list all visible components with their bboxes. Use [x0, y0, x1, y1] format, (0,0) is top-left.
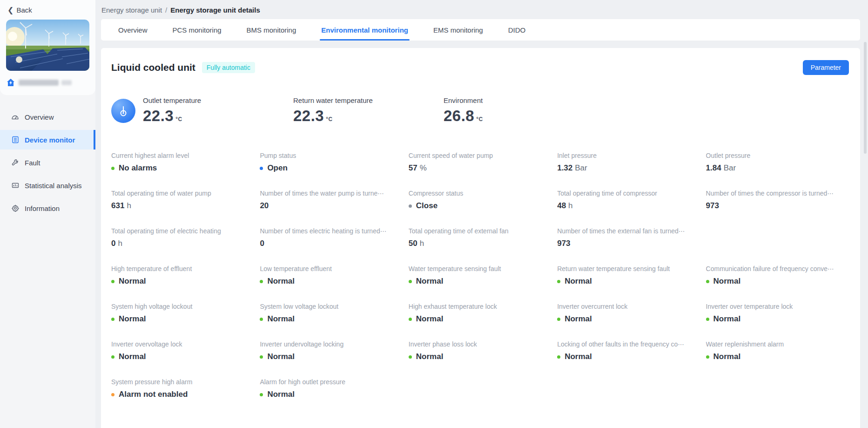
- breadcrumb-parent[interactable]: Energy storage unit: [101, 6, 162, 14]
- tab-ems-monitoring[interactable]: EMS monitoring: [421, 19, 496, 41]
- metric-value: 0h: [111, 239, 254, 248]
- metric-value: 50h: [409, 239, 552, 248]
- metric-value: Normal: [706, 314, 849, 324]
- metric-value: Close: [409, 201, 552, 211]
- metric-number-of-times-the-compressor-is-turned: Number of times the compressor is turned…: [706, 190, 849, 227]
- metric-alarm-for-high-outlet-pressure: Alarm for high outlet pressureNormal: [260, 378, 403, 416]
- metric-label: Water temperature sensing fault: [409, 265, 552, 272]
- metric-locking-of-other-faults-in-the-frequency-co: Locking of other faults in the frequency…: [557, 340, 700, 378]
- metric-inverter-undervoltage-locking: Inverter undervoltage lockingNormal: [260, 340, 403, 378]
- metric-inverter-phase-loss-lock: Inverter phase loss lockNormal: [409, 340, 552, 378]
- main-area: Energy storage unit/Energy storage unit …: [95, 0, 868, 428]
- gear-icon: [11, 204, 19, 212]
- metric-label: Number of times electric heating is turn…: [260, 227, 403, 235]
- sidebar-item-device-monitor[interactable]: Device monitor: [0, 130, 95, 149]
- temperature-value: 26.8°C: [444, 107, 594, 125]
- metrics-grid: Current highest alarm levelNo alarmsPump…: [111, 152, 849, 416]
- metric-inverter-overcurrent-lock: Inverter overcurrent lockNormal: [557, 303, 700, 340]
- metric-cell-empty: [409, 378, 552, 416]
- temperature-outlet-temperature: Outlet temperature22.3°C: [143, 96, 293, 125]
- metric-communication-failure-of-frequency-conve: Communication failure of frequency conve…: [706, 265, 849, 303]
- status-dot-green: [409, 318, 412, 321]
- metric-label: System high voltage lockout: [111, 303, 254, 310]
- back-button[interactable]: ❮ Back: [0, 0, 95, 19]
- tab-overview[interactable]: Overview: [106, 19, 160, 41]
- tab-bms-monitoring[interactable]: BMS monitoring: [234, 19, 309, 41]
- metric-label: High exhaust temperature lock: [409, 303, 552, 310]
- status-dot-green: [111, 318, 114, 321]
- metric-cell-empty: [557, 378, 700, 416]
- metric-inverter-over-temperature-lock: Inverter over temperature lockNormal: [706, 303, 849, 340]
- metric-label: Number of times the water pump is turne⋯: [260, 190, 403, 197]
- sidebar-item-overview[interactable]: Overview: [0, 107, 95, 127]
- environmental-monitoring-panel: Liquid cooled unit Fully automatic Param…: [101, 48, 860, 428]
- metric-label: Total operating time of external fan: [409, 227, 552, 235]
- breadcrumb-separator: /: [165, 6, 167, 14]
- metric-value: Open: [260, 163, 403, 173]
- metric-label: System low voltage lockout: [260, 303, 403, 310]
- sidebar-item-label: Fault: [25, 159, 40, 167]
- metric-system-high-voltage-lockout: System high voltage lockoutNormal: [111, 303, 254, 340]
- back-chevron-icon: ❮: [7, 7, 13, 14]
- tab-dido[interactable]: DIDO: [496, 19, 538, 41]
- metric-label: Number of times the external fan is turn…: [557, 227, 700, 235]
- metric-unit: h: [568, 201, 572, 211]
- status-dot-green: [409, 280, 412, 283]
- metric-current-highest-alarm-level: Current highest alarm levelNo alarms: [111, 152, 254, 190]
- metric-value: Normal: [409, 314, 552, 324]
- metric-water-replenishment-alarm: Water replenishment alarmNormal: [706, 340, 849, 378]
- sidebar-item-fault[interactable]: Fault: [0, 153, 95, 172]
- metric-value: 973: [706, 201, 849, 211]
- temperature-label: Outlet temperature: [143, 96, 293, 104]
- metric-value: 1.84Bar: [706, 163, 849, 173]
- metric-value: 0: [260, 239, 403, 248]
- metric-label: Return water temperature sensing fault: [557, 265, 700, 272]
- metric-total-operating-time-of-electric-heating: Total operating time of electric heating…: [111, 227, 254, 265]
- metric-label: Compressor status: [409, 190, 552, 197]
- sidebar-station-card: ❮ Back: [0, 0, 95, 95]
- metric-label: Pump status: [260, 152, 403, 159]
- temperature-unit: °C: [476, 116, 483, 122]
- sidebar-item-statistical-analysis[interactable]: Statistical analysis: [0, 176, 95, 195]
- metric-pump-status: Pump statusOpen: [260, 152, 403, 190]
- sidebar-item-information[interactable]: Information: [0, 198, 95, 218]
- tab-environmental-monitoring[interactable]: Environmental monitoring: [309, 19, 421, 41]
- metric-label: Communication failure of frequency conve…: [706, 265, 849, 272]
- temperature-row: Outlet temperature22.3°CReturn water tem…: [111, 96, 849, 125]
- metric-label: Inlet pressure: [557, 152, 700, 159]
- metric-value: Normal: [111, 352, 254, 361]
- metric-current-speed-of-water-pump: Current speed of water pump57%: [409, 152, 552, 190]
- thermometer-icon: [111, 99, 135, 123]
- breadcrumb: Energy storage unit/Energy storage unit …: [95, 0, 868, 19]
- metric-value: Normal: [260, 352, 403, 361]
- metric-value: Normal: [706, 277, 849, 286]
- metric-outlet-pressure: Outlet pressure1.84Bar: [706, 152, 849, 190]
- status-dot-green: [706, 318, 709, 321]
- sidebar-item-label: Overview: [25, 113, 54, 121]
- metric-value: Normal: [557, 352, 700, 361]
- metric-label: Outlet pressure: [706, 152, 849, 159]
- metric-unit: h: [420, 239, 424, 248]
- vertical-scrollbar[interactable]: [864, 42, 867, 154]
- metric-label: System pressure high alarm: [111, 378, 254, 386]
- metric-label: Inverter over temperature lock: [706, 303, 849, 310]
- station-name-redacted-tail: [61, 80, 72, 85]
- parameter-button[interactable]: Parameter: [803, 60, 849, 75]
- status-dot-green: [557, 280, 560, 283]
- metric-value: Alarm not enabled: [111, 390, 254, 399]
- metric-low-temperature-effluent: Low temperature effluentNormal: [260, 265, 403, 303]
- metric-label: Locking of other faults in the frequency…: [557, 340, 700, 348]
- back-label: Back: [16, 6, 32, 14]
- status-dot-green: [409, 355, 412, 359]
- metric-number-of-times-electric-heating-is-turned: Number of times electric heating is turn…: [260, 227, 403, 265]
- metric-return-water-temperature-sensing-fault: Return water temperature sensing faultNo…: [557, 265, 700, 303]
- metric-total-operating-time-of-external-fan: Total operating time of external fan50h: [409, 227, 552, 265]
- metric-inverter-overvoltage-lock: Inverter overvoltage lockNormal: [111, 340, 254, 378]
- metric-compressor-status: Compressor statusClose: [409, 190, 552, 227]
- sidebar-item-label: Statistical analysis: [25, 182, 82, 190]
- tab-pcs-monitoring[interactable]: PCS monitoring: [160, 19, 234, 41]
- metric-value: 973: [557, 239, 700, 248]
- metric-value: Normal: [260, 390, 403, 399]
- metric-value: Normal: [111, 277, 254, 286]
- metric-high-temperature-of-effluent: High temperature of effluentNormal: [111, 265, 254, 303]
